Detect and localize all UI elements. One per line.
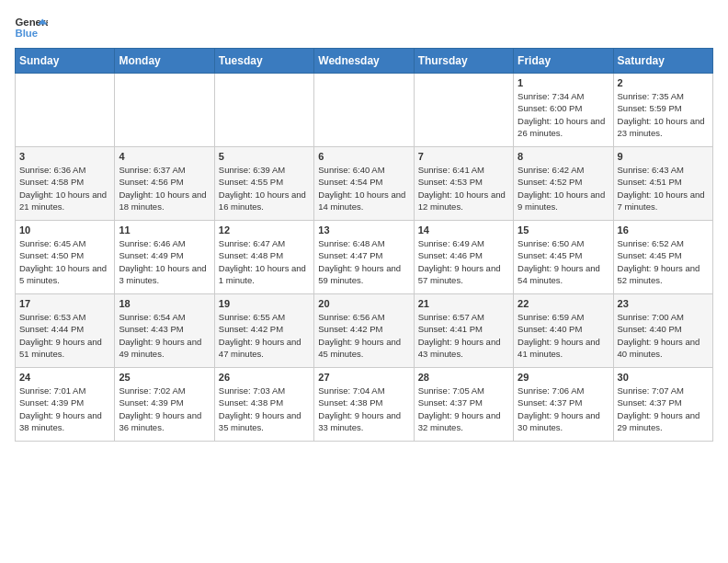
calendar-cell (314, 74, 414, 147)
day-number: 15 (518, 224, 609, 236)
calendar-cell: 4Sunrise: 6:37 AM Sunset: 4:56 PM Daylig… (115, 147, 214, 221)
weekday-header-friday: Friday (514, 49, 613, 74)
calendar-cell: 11Sunrise: 6:46 AM Sunset: 4:49 PM Dayli… (115, 221, 214, 294)
weekday-header-monday: Monday (115, 49, 214, 74)
day-info: Sunrise: 6:48 AM Sunset: 4:47 PM Dayligh… (318, 237, 409, 286)
weekday-header-saturday: Saturday (613, 49, 712, 74)
weekday-header-wednesday: Wednesday (314, 49, 414, 74)
day-number: 12 (219, 224, 310, 236)
weekday-header-row: SundayMondayTuesdayWednesdayThursdayFrid… (16, 49, 713, 74)
day-info: Sunrise: 7:05 AM Sunset: 4:37 PM Dayligh… (418, 385, 509, 433)
day-number: 13 (318, 224, 409, 236)
day-info: Sunrise: 6:56 AM Sunset: 4:42 PM Dayligh… (318, 311, 409, 360)
day-info: Sunrise: 7:00 AM Sunset: 4:40 PM Dayligh… (618, 311, 709, 360)
calendar-cell: 15Sunrise: 6:50 AM Sunset: 4:45 PM Dayli… (514, 221, 613, 294)
calendar-cell: 6Sunrise: 6:40 AM Sunset: 4:54 PM Daylig… (314, 147, 414, 221)
calendar-cell: 10Sunrise: 6:45 AM Sunset: 4:50 PM Dayli… (16, 221, 115, 294)
calendar-cell: 26Sunrise: 7:03 AM Sunset: 4:38 PM Dayli… (214, 368, 313, 442)
day-number: 24 (19, 372, 110, 383)
day-info: Sunrise: 6:36 AM Sunset: 4:58 PM Dayligh… (19, 164, 110, 213)
day-number: 21 (418, 298, 509, 309)
calendar-cell: 2Sunrise: 7:35 AM Sunset: 5:59 PM Daylig… (613, 74, 712, 147)
day-number: 28 (418, 372, 509, 383)
day-info: Sunrise: 7:34 AM Sunset: 6:00 PM Dayligh… (518, 90, 609, 139)
day-number: 30 (618, 372, 709, 383)
page-header: General Blue (15, 15, 713, 40)
calendar-cell: 13Sunrise: 6:48 AM Sunset: 4:47 PM Dayli… (314, 221, 414, 294)
day-number: 25 (119, 372, 210, 383)
calendar-cell: 8Sunrise: 6:42 AM Sunset: 4:52 PM Daylig… (514, 147, 613, 221)
day-info: Sunrise: 6:46 AM Sunset: 4:49 PM Dayligh… (119, 237, 210, 286)
calendar-cell: 27Sunrise: 7:04 AM Sunset: 4:38 PM Dayli… (314, 368, 414, 442)
day-number: 23 (618, 298, 709, 309)
day-info: Sunrise: 6:55 AM Sunset: 4:42 PM Dayligh… (219, 311, 310, 360)
calendar-cell: 3Sunrise: 6:36 AM Sunset: 4:58 PM Daylig… (16, 147, 115, 221)
day-number: 17 (19, 298, 110, 309)
day-info: Sunrise: 7:01 AM Sunset: 4:39 PM Dayligh… (19, 385, 110, 433)
day-info: Sunrise: 7:06 AM Sunset: 4:37 PM Dayligh… (518, 385, 609, 433)
day-number: 7 (418, 151, 509, 162)
day-info: Sunrise: 7:07 AM Sunset: 4:37 PM Dayligh… (618, 385, 709, 433)
day-number: 11 (119, 224, 210, 236)
svg-text:Blue: Blue (16, 28, 39, 39)
day-info: Sunrise: 6:57 AM Sunset: 4:41 PM Dayligh… (418, 311, 509, 360)
day-number: 20 (318, 298, 409, 309)
day-info: Sunrise: 6:47 AM Sunset: 4:48 PM Dayligh… (219, 237, 310, 286)
calendar-cell (414, 74, 513, 147)
day-info: Sunrise: 6:52 AM Sunset: 4:45 PM Dayligh… (618, 237, 709, 286)
day-info: Sunrise: 6:50 AM Sunset: 4:45 PM Dayligh… (518, 237, 609, 286)
calendar-cell: 17Sunrise: 6:53 AM Sunset: 4:44 PM Dayli… (16, 294, 115, 368)
calendar-cell: 12Sunrise: 6:47 AM Sunset: 4:48 PM Dayli… (214, 221, 313, 294)
day-number: 10 (19, 224, 110, 236)
calendar-cell: 21Sunrise: 6:57 AM Sunset: 4:41 PM Dayli… (414, 294, 513, 368)
day-info: Sunrise: 7:03 AM Sunset: 4:38 PM Dayligh… (219, 385, 310, 433)
day-info: Sunrise: 6:45 AM Sunset: 4:50 PM Dayligh… (19, 237, 110, 286)
day-info: Sunrise: 7:04 AM Sunset: 4:38 PM Dayligh… (318, 385, 409, 433)
day-number: 9 (618, 151, 709, 162)
day-number: 16 (618, 224, 709, 236)
day-number: 8 (518, 151, 609, 162)
day-number: 1 (518, 77, 609, 88)
day-number: 29 (518, 372, 609, 383)
calendar-cell: 28Sunrise: 7:05 AM Sunset: 4:37 PM Dayli… (414, 368, 513, 442)
calendar-cell (214, 74, 313, 147)
day-info: Sunrise: 6:37 AM Sunset: 4:56 PM Dayligh… (119, 164, 210, 213)
day-number: 14 (418, 224, 509, 236)
calendar-cell: 9Sunrise: 6:43 AM Sunset: 4:51 PM Daylig… (613, 147, 712, 221)
calendar-cell: 14Sunrise: 6:49 AM Sunset: 4:46 PM Dayli… (414, 221, 513, 294)
day-info: Sunrise: 6:40 AM Sunset: 4:54 PM Dayligh… (318, 164, 409, 213)
week-row-1: 3Sunrise: 6:36 AM Sunset: 4:58 PM Daylig… (16, 147, 713, 221)
day-info: Sunrise: 6:53 AM Sunset: 4:44 PM Dayligh… (19, 311, 110, 360)
calendar-cell (16, 74, 115, 147)
calendar-cell: 19Sunrise: 6:55 AM Sunset: 4:42 PM Dayli… (214, 294, 313, 368)
calendar-cell: 16Sunrise: 6:52 AM Sunset: 4:45 PM Dayli… (613, 221, 712, 294)
logo-icon: General Blue (15, 15, 48, 40)
day-info: Sunrise: 7:02 AM Sunset: 4:39 PM Dayligh… (119, 385, 210, 433)
calendar-cell: 30Sunrise: 7:07 AM Sunset: 4:37 PM Dayli… (613, 368, 712, 442)
calendar-cell: 22Sunrise: 6:59 AM Sunset: 4:40 PM Dayli… (514, 294, 613, 368)
day-info: Sunrise: 7:35 AM Sunset: 5:59 PM Dayligh… (618, 90, 709, 139)
calendar-cell: 29Sunrise: 7:06 AM Sunset: 4:37 PM Dayli… (514, 368, 613, 442)
week-row-4: 24Sunrise: 7:01 AM Sunset: 4:39 PM Dayli… (16, 368, 713, 442)
day-info: Sunrise: 6:41 AM Sunset: 4:53 PM Dayligh… (418, 164, 509, 213)
day-info: Sunrise: 6:49 AM Sunset: 4:46 PM Dayligh… (418, 237, 509, 286)
week-row-3: 17Sunrise: 6:53 AM Sunset: 4:44 PM Dayli… (16, 294, 713, 368)
day-number: 27 (318, 372, 409, 383)
day-info: Sunrise: 6:54 AM Sunset: 4:43 PM Dayligh… (119, 311, 210, 360)
weekday-header-tuesday: Tuesday (214, 49, 313, 74)
calendar-cell: 24Sunrise: 7:01 AM Sunset: 4:39 PM Dayli… (16, 368, 115, 442)
logo: General Blue (15, 15, 48, 40)
calendar-cell (115, 74, 214, 147)
day-number: 22 (518, 298, 609, 309)
day-number: 26 (219, 372, 310, 383)
day-number: 18 (119, 298, 210, 309)
calendar-cell: 18Sunrise: 6:54 AM Sunset: 4:43 PM Dayli… (115, 294, 214, 368)
weekday-header-thursday: Thursday (414, 49, 513, 74)
day-number: 6 (318, 151, 409, 162)
day-info: Sunrise: 6:59 AM Sunset: 4:40 PM Dayligh… (518, 311, 609, 360)
calendar-table: SundayMondayTuesdayWednesdayThursdayFrid… (15, 48, 713, 442)
day-number: 2 (618, 77, 709, 88)
calendar-cell: 7Sunrise: 6:41 AM Sunset: 4:53 PM Daylig… (414, 147, 513, 221)
day-number: 19 (219, 298, 310, 309)
calendar-cell: 25Sunrise: 7:02 AM Sunset: 4:39 PM Dayli… (115, 368, 214, 442)
